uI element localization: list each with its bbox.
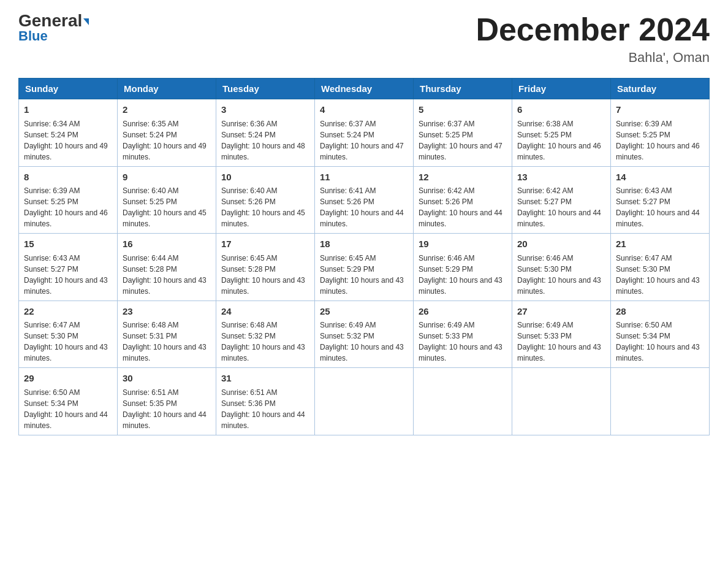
daylight-label: Daylight: 10 hours and 44 minutes. bbox=[123, 410, 207, 430]
calendar-cell: 12Sunrise: 6:42 AMSunset: 5:26 PMDayligh… bbox=[414, 166, 512, 234]
calendar-cell: 19Sunrise: 6:46 AMSunset: 5:29 PMDayligh… bbox=[414, 234, 512, 301]
sunrise-label: Sunrise: 6:37 AM bbox=[419, 120, 474, 128]
sunrise-label: Sunrise: 6:37 AM bbox=[320, 120, 376, 128]
calendar-cell: 31Sunrise: 6:51 AMSunset: 5:36 PMDayligh… bbox=[216, 368, 315, 435]
daylight-label: Daylight: 10 hours and 49 minutes. bbox=[123, 142, 207, 161]
sunset-label: Sunset: 5:27 PM bbox=[616, 197, 670, 206]
sunset-label: Sunset: 5:29 PM bbox=[320, 265, 374, 274]
sunset-label: Sunset: 5:24 PM bbox=[24, 131, 78, 139]
calendar-cell: 22Sunrise: 6:47 AMSunset: 5:30 PMDayligh… bbox=[19, 301, 118, 368]
sunrise-label: Sunrise: 6:49 AM bbox=[320, 321, 376, 329]
day-number: 15 bbox=[24, 237, 112, 251]
sunset-label: Sunset: 5:28 PM bbox=[221, 265, 276, 274]
day-number: 1 bbox=[24, 103, 112, 117]
sunrise-label: Sunrise: 6:35 AM bbox=[123, 120, 178, 128]
calendar-cell bbox=[611, 368, 710, 435]
sunset-label: Sunset: 5:34 PM bbox=[24, 399, 78, 408]
calendar-cell: 2Sunrise: 6:35 AMSunset: 5:24 PMDaylight… bbox=[118, 99, 216, 167]
day-number: 26 bbox=[419, 305, 507, 319]
daylight-label: Daylight: 10 hours and 43 minutes. bbox=[320, 276, 404, 296]
sunset-label: Sunset: 5:26 PM bbox=[221, 197, 276, 206]
daylight-label: Daylight: 10 hours and 43 minutes. bbox=[24, 343, 108, 362]
calendar-week-row: 1Sunrise: 6:34 AMSunset: 5:24 PMDaylight… bbox=[19, 99, 710, 167]
calendar-day-header-sunday: Sunday bbox=[19, 79, 118, 99]
calendar-day-header-monday: Monday bbox=[118, 79, 216, 99]
calendar-table: SundayMondayTuesdayWednesdayThursdayFrid… bbox=[18, 78, 710, 435]
sunset-label: Sunset: 5:25 PM bbox=[123, 197, 177, 206]
page-header: General Blue December 2024 Bahla', Oman bbox=[18, 12, 710, 66]
daylight-label: Daylight: 10 hours and 47 minutes. bbox=[320, 142, 404, 161]
calendar-cell: 8Sunrise: 6:39 AMSunset: 5:25 PMDaylight… bbox=[19, 166, 118, 234]
sunset-label: Sunset: 5:30 PM bbox=[517, 265, 572, 274]
daylight-label: Daylight: 10 hours and 44 minutes. bbox=[616, 209, 700, 228]
sunset-label: Sunset: 5:32 PM bbox=[221, 332, 276, 340]
sunrise-label: Sunrise: 6:42 AM bbox=[517, 186, 573, 195]
sunrise-label: Sunrise: 6:47 AM bbox=[616, 254, 672, 262]
month-title: December 2024 bbox=[476, 12, 710, 47]
day-number: 13 bbox=[517, 170, 605, 185]
sunrise-label: Sunrise: 6:50 AM bbox=[24, 388, 80, 397]
sunrise-label: Sunrise: 6:45 AM bbox=[221, 254, 277, 262]
sunset-label: Sunset: 5:25 PM bbox=[517, 131, 572, 139]
sunrise-label: Sunrise: 6:40 AM bbox=[221, 186, 277, 195]
sunrise-label: Sunrise: 6:51 AM bbox=[123, 388, 178, 397]
calendar-cell: 10Sunrise: 6:40 AMSunset: 5:26 PMDayligh… bbox=[216, 166, 315, 234]
daylight-label: Daylight: 10 hours and 43 minutes. bbox=[419, 343, 502, 362]
sunrise-label: Sunrise: 6:36 AM bbox=[221, 120, 277, 128]
location: Bahla', Oman bbox=[476, 50, 710, 66]
calendar-cell: 20Sunrise: 6:46 AMSunset: 5:30 PMDayligh… bbox=[512, 234, 611, 301]
daylight-label: Daylight: 10 hours and 45 minutes. bbox=[123, 209, 207, 228]
daylight-label: Daylight: 10 hours and 43 minutes. bbox=[616, 276, 700, 296]
sunset-label: Sunset: 5:30 PM bbox=[616, 265, 670, 274]
day-number: 3 bbox=[221, 103, 309, 117]
daylight-label: Daylight: 10 hours and 44 minutes. bbox=[24, 410, 108, 430]
calendar-header-row: SundayMondayTuesdayWednesdayThursdayFrid… bbox=[19, 79, 710, 99]
sunset-label: Sunset: 5:36 PM bbox=[221, 399, 276, 408]
calendar-cell: 27Sunrise: 6:49 AMSunset: 5:33 PMDayligh… bbox=[512, 301, 611, 368]
calendar-cell bbox=[414, 368, 512, 435]
sunrise-label: Sunrise: 6:39 AM bbox=[616, 120, 672, 128]
calendar-cell: 29Sunrise: 6:50 AMSunset: 5:34 PMDayligh… bbox=[19, 368, 118, 435]
day-number: 17 bbox=[221, 237, 309, 251]
daylight-label: Daylight: 10 hours and 43 minutes. bbox=[616, 343, 700, 362]
day-number: 6 bbox=[517, 103, 605, 117]
daylight-label: Daylight: 10 hours and 43 minutes. bbox=[221, 276, 305, 296]
daylight-label: Daylight: 10 hours and 43 minutes. bbox=[320, 343, 404, 362]
calendar-cell: 15Sunrise: 6:43 AMSunset: 5:27 PMDayligh… bbox=[19, 234, 118, 301]
day-number: 20 bbox=[517, 237, 605, 251]
logo-blue: Blue bbox=[18, 28, 48, 44]
day-number: 27 bbox=[517, 305, 605, 319]
calendar-cell: 26Sunrise: 6:49 AMSunset: 5:33 PMDayligh… bbox=[414, 301, 512, 368]
daylight-label: Daylight: 10 hours and 43 minutes. bbox=[221, 343, 305, 362]
day-number: 2 bbox=[123, 103, 211, 117]
daylight-label: Daylight: 10 hours and 48 minutes. bbox=[221, 142, 305, 161]
daylight-label: Daylight: 10 hours and 46 minutes. bbox=[517, 142, 601, 161]
sunrise-label: Sunrise: 6:43 AM bbox=[616, 186, 672, 195]
daylight-label: Daylight: 10 hours and 43 minutes. bbox=[517, 276, 601, 296]
sunrise-label: Sunrise: 6:41 AM bbox=[320, 186, 376, 195]
title-block: December 2024 Bahla', Oman bbox=[476, 12, 710, 66]
calendar-cell bbox=[512, 368, 611, 435]
sunset-label: Sunset: 5:33 PM bbox=[517, 332, 572, 340]
day-number: 31 bbox=[221, 372, 309, 386]
sunset-label: Sunset: 5:28 PM bbox=[123, 265, 177, 274]
daylight-label: Daylight: 10 hours and 43 minutes. bbox=[419, 276, 502, 296]
daylight-label: Daylight: 10 hours and 44 minutes. bbox=[419, 209, 502, 228]
sunrise-label: Sunrise: 6:47 AM bbox=[24, 321, 80, 329]
sunrise-label: Sunrise: 6:38 AM bbox=[517, 120, 573, 128]
sunrise-label: Sunrise: 6:45 AM bbox=[320, 254, 376, 262]
calendar-cell: 1Sunrise: 6:34 AMSunset: 5:24 PMDaylight… bbox=[19, 99, 118, 167]
sunset-label: Sunset: 5:27 PM bbox=[24, 265, 78, 274]
calendar-cell: 3Sunrise: 6:36 AMSunset: 5:24 PMDaylight… bbox=[216, 99, 315, 167]
sunset-label: Sunset: 5:33 PM bbox=[419, 332, 473, 340]
day-number: 11 bbox=[320, 170, 408, 185]
calendar-cell: 7Sunrise: 6:39 AMSunset: 5:25 PMDaylight… bbox=[611, 99, 710, 167]
sunrise-label: Sunrise: 6:51 AM bbox=[221, 388, 277, 397]
day-number: 30 bbox=[123, 372, 211, 386]
sunrise-label: Sunrise: 6:46 AM bbox=[517, 254, 573, 262]
sunrise-label: Sunrise: 6:44 AM bbox=[123, 254, 178, 262]
day-number: 4 bbox=[320, 103, 408, 117]
day-number: 23 bbox=[123, 305, 211, 319]
logo-general: General bbox=[18, 12, 89, 29]
calendar-cell bbox=[315, 368, 414, 435]
